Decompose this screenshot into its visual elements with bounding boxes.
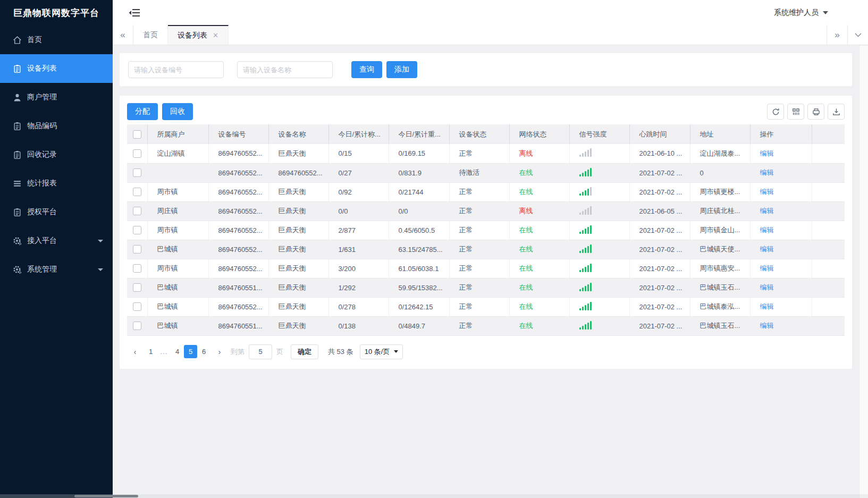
sidebar-collapse-button[interactable] [129,8,140,18]
table-body: 淀山湖镇 8694760552... 巨鼎天衡 0/15 0/169.15 正常… [127,144,845,335]
cell-device-name: 巨鼎天衡 [268,297,328,316]
recycle-button[interactable]: 回收 [162,103,193,120]
tab-device-list[interactable]: 设备列表 ✕ [168,25,229,45]
page-button[interactable]: 4 [171,345,184,358]
edit-link[interactable]: 编辑 [760,149,774,157]
select-all-checkbox[interactable] [133,130,141,139]
cell-network-status: 在线 [509,221,569,240]
cell-merchant: 周市镇 [147,221,208,240]
app-logo: 巨鼎物联网数字平台 [0,0,113,26]
table-header-row: 所属商户设备编号设备名称今日/累计称...今日/累计重...设备状态网络状态信号… [127,124,845,144]
sidebar-item-label: 设备列表 [27,64,57,73]
chevron-down-icon [98,268,103,271]
edit-link[interactable]: 编辑 [760,322,774,330]
total-count-label: 共 53 条 [328,347,353,357]
close-tab-icon[interactable]: ✕ [213,31,218,39]
sidebar-item-statistics[interactable]: 统计报表 [0,169,113,198]
row-checkbox[interactable] [133,302,141,311]
scrollbar-thumb[interactable] [74,495,138,497]
row-filler [812,278,845,297]
columns-icon[interactable] [787,104,804,120]
cell-device-name: 巨鼎天衡 [268,278,328,297]
prev-page-button[interactable]: ‹ [128,345,142,359]
sidebar-item-recycle-records[interactable]: 回收记录 [0,140,113,169]
cell-address: 周庄镇北桂... [690,201,750,221]
sidebar: 巨鼎物联网数字平台 首页 设备列表 [0,0,113,498]
row-checkbox[interactable] [133,188,141,196]
cell-device-number: 8694760552... [208,221,268,240]
cell-device-status: 正常 [449,240,509,259]
edit-link[interactable]: 编辑 [760,264,774,272]
assign-button[interactable]: 分配 [127,103,158,120]
row-checkbox[interactable] [133,264,141,273]
tabs-scroll-left-button[interactable]: « [113,25,133,45]
sidebar-item-authorization[interactable]: 授权平台 [0,198,113,226]
table-row: 周市镇 8694760552... 巨鼎天衡 0/92 0/21744 正常 在… [127,182,845,201]
row-checkbox[interactable] [133,168,141,177]
cell-network-status: 在线 [509,278,569,297]
edit-link[interactable]: 编辑 [760,168,774,176]
edit-link[interactable]: 编辑 [760,207,774,215]
row-checkbox[interactable] [133,283,141,292]
sidebar-item-merchants[interactable]: 商户管理 [0,83,113,112]
sidebar-item-home[interactable]: 首页 [0,26,113,54]
column-header: 地址 [690,124,750,144]
cell-device-name: 巨鼎天衡 [268,259,328,278]
tabs-menu-button[interactable] [847,25,868,45]
tabs-scroll-right-button[interactable]: » [827,25,847,45]
cell-today-weight: 63.15/24785... [389,240,449,259]
row-checkbox[interactable] [133,322,141,330]
export-icon[interactable] [828,104,845,120]
tab-bar: « 首页 设备列表 ✕ » [113,25,868,45]
user-menu[interactable]: 系统维护人员 [774,8,828,18]
page-button[interactable]: 6 [197,345,210,358]
query-button[interactable]: 查询 [351,61,382,78]
confirm-button[interactable]: 确定 [291,344,318,359]
print-icon[interactable] [807,104,824,120]
cell-today-count: 3/200 [328,259,389,278]
page-size-select[interactable]: 10 条/页 [360,344,403,359]
tab-home[interactable]: 首页 [133,25,168,45]
device-name-input[interactable] [237,61,333,78]
goto-page-input[interactable] [249,344,272,359]
row-checkbox[interactable] [133,149,141,158]
page-button[interactable]: 5 [184,345,197,358]
cell-merchant: 周市镇 [147,182,208,201]
cell-address: 巴城镇玉石... [690,278,750,297]
edit-link[interactable]: 编辑 [760,188,774,196]
cell-device-status: 正常 [449,278,509,297]
app-root: 巨鼎物联网数字平台 首页 设备列表 [0,0,868,498]
sidebar-item-device-list[interactable]: 设备列表 [0,54,113,83]
sidebar-item-item-codes[interactable]: 物品编码 [0,112,113,140]
sidebar-item-system-management[interactable]: 系统管理 [0,255,113,284]
add-button[interactable]: 添加 [386,61,417,78]
device-list-icon [13,64,22,73]
cell-merchant [147,163,208,182]
edit-link[interactable]: 编辑 [760,226,774,234]
row-checkbox[interactable] [133,226,141,234]
refresh-icon[interactable] [767,104,784,120]
device-table: 所属商户设备编号设备名称今日/累计称...今日/累计重...设备状态网络状态信号… [127,124,845,336]
row-filler [812,144,845,163]
row-checkbox[interactable] [133,207,141,215]
horizontal-scrollbar[interactable] [0,494,868,498]
cell-device-number: 8694760551... [208,316,268,335]
sidebar-item-access-platform[interactable]: 接入平台 [0,226,113,255]
row-filler [812,163,845,182]
next-page-button[interactable]: › [213,345,226,359]
page-ellipsis[interactable]: ... [157,345,171,358]
table-tools [767,104,845,120]
edit-link[interactable]: 编辑 [760,283,774,291]
cell-device-number: 8694760552... [208,182,268,201]
edit-link[interactable]: 编辑 [760,302,774,310]
clipboard-icon [13,122,22,131]
cell-heartbeat-time: 2021-07-02 ... [629,259,690,278]
device-number-input[interactable] [128,61,224,78]
cell-device-status: 正常 [449,182,509,201]
column-header: 设备名称 [268,124,328,144]
vertical-scrollbar[interactable] [859,46,868,498]
row-checkbox[interactable] [133,245,141,254]
edit-link[interactable]: 编辑 [760,245,774,253]
cell-today-weight: 0/169.15 [389,144,449,163]
page-button[interactable]: 1 [144,345,157,358]
